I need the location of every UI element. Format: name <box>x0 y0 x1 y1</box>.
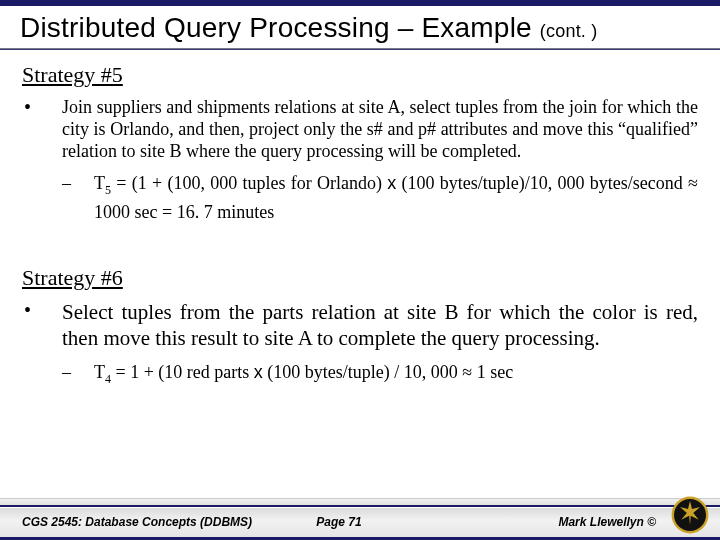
strategy-6-heading: Strategy #6 <box>22 265 698 291</box>
strategy-5-formula: T5 = (1 + (100, 000 tuples for Orlando) … <box>94 172 698 223</box>
dash-icon: – <box>22 172 94 223</box>
strategy-6-formula: T4 = 1 + (10 red parts x (100 bytes/tupl… <box>94 361 698 390</box>
strategy-6-formula-row: – T4 = 1 + (10 red parts x (100 bytes/tu… <box>22 361 698 390</box>
strategy-5-text: Join suppliers and shipments relations a… <box>62 96 698 162</box>
formula-t: T <box>94 173 105 193</box>
slide-title: Distributed Query Processing – Example (… <box>0 6 720 46</box>
strategy-5-formula-row: – T5 = (1 + (100, 000 tuples for Orlando… <box>22 172 698 223</box>
formula-tail: (100 bytes/tuple) / 10, 000 ≈ 1 sec <box>263 362 513 382</box>
slide: Distributed Query Processing – Example (… <box>0 0 720 540</box>
title-continuation: (cont. ) <box>540 21 598 41</box>
formula-x: x <box>387 173 396 193</box>
footer-page: Page 71 <box>279 515 399 529</box>
slide-body: Strategy #5 • Join suppliers and shipmen… <box>0 50 720 389</box>
strategy-5-bullet: • Join suppliers and shipments relations… <box>22 96 698 162</box>
formula-mid: = 1 + (10 red parts <box>111 362 254 382</box>
ucf-logo-icon <box>670 495 710 535</box>
strategy-5-heading: Strategy #5 <box>22 62 698 88</box>
dash-icon: – <box>22 361 94 390</box>
bullet-icon: • <box>22 96 62 162</box>
footer-author: Mark Llewellyn © <box>399 515 706 529</box>
strategy-6-text: Select tuples from the parts relation at… <box>62 299 698 351</box>
strategy-6-bullet: • Select tuples from the parts relation … <box>22 299 698 351</box>
bullet-icon: • <box>22 299 62 351</box>
formula-mid: = (1 + (100, 000 tuples for Orlando) <box>111 173 387 193</box>
spacer <box>22 233 698 259</box>
formula-t: T <box>94 362 105 382</box>
footer-top-gradient <box>0 498 720 505</box>
footer: CGS 2545: Database Concepts (DDBMS) Page… <box>0 498 720 540</box>
footer-course: CGS 2545: Database Concepts (DDBMS) <box>22 515 279 529</box>
title-main: Distributed Query Processing – Example <box>20 12 532 43</box>
footer-bar: CGS 2545: Database Concepts (DDBMS) Page… <box>0 505 720 537</box>
formula-x: x <box>254 362 263 382</box>
